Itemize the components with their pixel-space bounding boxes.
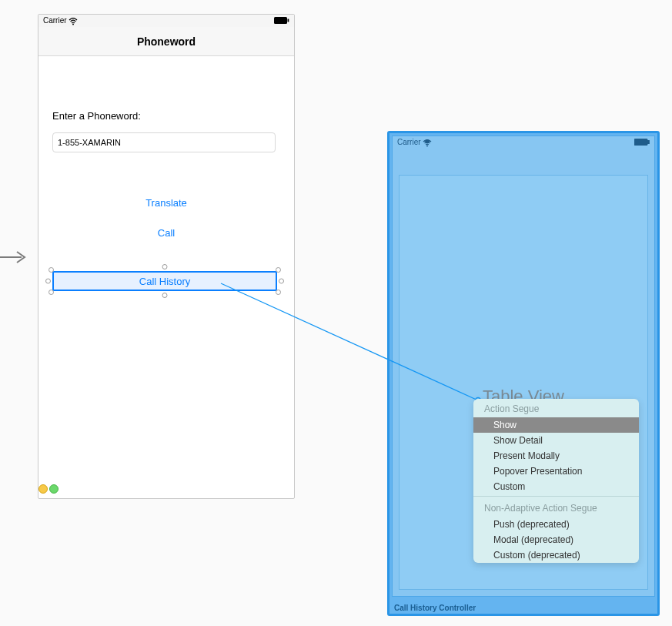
nav-title: Phoneword [137,35,196,48]
segue-item-show-detail[interactable]: Show Detail [473,433,639,448]
segue-section-nonadaptive: Non-Adaptive Action Segue [473,498,639,517]
resize-handle[interactable] [48,267,54,273]
resize-handle[interactable] [162,293,168,298]
segue-item-push-deprecated[interactable]: Push (deprecated) [473,517,639,532]
status-bar: Carrier [393,136,654,149]
svg-rect-2 [274,17,287,24]
segue-popup-menu[interactable]: Action Segue Show Show Detail Present Mo… [473,399,639,563]
wifi-icon [423,138,432,146]
call-history-button-selection[interactable]: Call History [52,271,277,291]
svg-rect-5 [634,139,647,146]
resize-handle[interactable] [48,290,54,295]
segue-item-custom-deprecated[interactable]: Custom (deprecated) [473,547,639,563]
svg-point-1 [72,23,74,25]
navigation-bar: Phoneword [38,27,294,56]
wifi-icon [69,16,78,25]
segue-item-present-modally[interactable]: Present Modally [473,448,639,464]
battery-icon [634,139,650,147]
segue-item-show[interactable]: Show [473,417,639,433]
phoneword-scene[interactable]: Carrier Phoneword Enter a Phoneword: Tra… [38,14,295,499]
segue-item-modal-deprecated[interactable]: Modal (deprecated) [473,532,639,547]
resize-handle[interactable] [276,267,281,273]
segue-section-action: Action Segue [473,399,639,417]
phoneword-prompt-label: Enter a Phoneword: [52,110,280,122]
resize-handle[interactable] [45,279,51,284]
scene-dock[interactable] [38,484,59,494]
resize-handle[interactable] [279,279,284,284]
status-bar: Carrier [38,15,294,27]
resize-handle[interactable] [162,264,168,269]
svg-point-4 [426,145,428,146]
svg-rect-3 [288,18,289,22]
carrier-label: Carrier [397,138,421,146]
view-controller-icon[interactable] [38,484,48,494]
menu-divider [473,496,639,497]
carrier-label: Carrier [43,16,67,25]
translate-button[interactable]: Translate [52,197,280,209]
call-history-button[interactable]: Call History [52,271,277,291]
resize-handle[interactable] [276,290,281,295]
svg-rect-6 [648,140,650,143]
call-button[interactable]: Call [52,227,280,239]
battery-icon [274,17,289,25]
first-responder-icon[interactable] [49,484,59,494]
scene-title-label: Call History Controller [394,604,476,612]
segue-item-custom[interactable]: Custom [473,479,639,494]
segue-item-popover[interactable]: Popover Presentation [473,464,639,479]
phoneword-textfield[interactable] [52,132,276,152]
incoming-segue-arrow [0,249,31,265]
